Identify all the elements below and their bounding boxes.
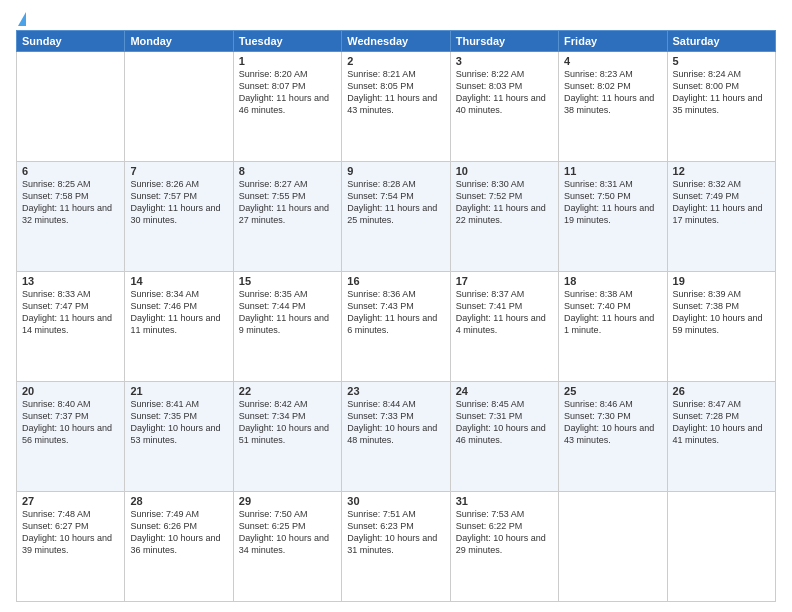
day-info: Sunrise: 8:39 AMSunset: 7:38 PMDaylight:… bbox=[673, 289, 763, 335]
day-info: Sunrise: 8:44 AMSunset: 7:33 PMDaylight:… bbox=[347, 399, 437, 445]
calendar-cell: 14Sunrise: 8:34 AMSunset: 7:46 PMDayligh… bbox=[125, 272, 233, 382]
day-number: 10 bbox=[456, 165, 553, 177]
day-number: 27 bbox=[22, 495, 119, 507]
day-number: 6 bbox=[22, 165, 119, 177]
day-number: 15 bbox=[239, 275, 336, 287]
day-number: 5 bbox=[673, 55, 770, 67]
calendar-week-5: 27Sunrise: 7:48 AMSunset: 6:27 PMDayligh… bbox=[17, 492, 776, 602]
calendar-cell: 9Sunrise: 8:28 AMSunset: 7:54 PMDaylight… bbox=[342, 162, 450, 272]
day-info: Sunrise: 8:25 AMSunset: 7:58 PMDaylight:… bbox=[22, 179, 112, 225]
day-number: 24 bbox=[456, 385, 553, 397]
calendar-cell: 28Sunrise: 7:49 AMSunset: 6:26 PMDayligh… bbox=[125, 492, 233, 602]
day-info: Sunrise: 8:47 AMSunset: 7:28 PMDaylight:… bbox=[673, 399, 763, 445]
day-info: Sunrise: 7:51 AMSunset: 6:23 PMDaylight:… bbox=[347, 509, 437, 555]
calendar-cell: 5Sunrise: 8:24 AMSunset: 8:00 PMDaylight… bbox=[667, 52, 775, 162]
day-info: Sunrise: 8:46 AMSunset: 7:30 PMDaylight:… bbox=[564, 399, 654, 445]
weekday-header-friday: Friday bbox=[559, 31, 667, 52]
day-number: 8 bbox=[239, 165, 336, 177]
day-info: Sunrise: 8:26 AMSunset: 7:57 PMDaylight:… bbox=[130, 179, 220, 225]
calendar-cell: 15Sunrise: 8:35 AMSunset: 7:44 PMDayligh… bbox=[233, 272, 341, 382]
day-info: Sunrise: 8:20 AMSunset: 8:07 PMDaylight:… bbox=[239, 69, 329, 115]
day-info: Sunrise: 8:22 AMSunset: 8:03 PMDaylight:… bbox=[456, 69, 546, 115]
calendar-cell: 23Sunrise: 8:44 AMSunset: 7:33 PMDayligh… bbox=[342, 382, 450, 492]
calendar-cell: 8Sunrise: 8:27 AMSunset: 7:55 PMDaylight… bbox=[233, 162, 341, 272]
calendar-cell: 1Sunrise: 8:20 AMSunset: 8:07 PMDaylight… bbox=[233, 52, 341, 162]
day-number: 1 bbox=[239, 55, 336, 67]
day-info: Sunrise: 8:30 AMSunset: 7:52 PMDaylight:… bbox=[456, 179, 546, 225]
day-info: Sunrise: 8:37 AMSunset: 7:41 PMDaylight:… bbox=[456, 289, 546, 335]
calendar-cell: 31Sunrise: 7:53 AMSunset: 6:22 PMDayligh… bbox=[450, 492, 558, 602]
day-number: 19 bbox=[673, 275, 770, 287]
day-number: 20 bbox=[22, 385, 119, 397]
day-number: 28 bbox=[130, 495, 227, 507]
day-number: 11 bbox=[564, 165, 661, 177]
calendar-week-4: 20Sunrise: 8:40 AMSunset: 7:37 PMDayligh… bbox=[17, 382, 776, 492]
day-number: 9 bbox=[347, 165, 444, 177]
header bbox=[16, 12, 776, 26]
logo bbox=[16, 12, 26, 26]
weekday-header-wednesday: Wednesday bbox=[342, 31, 450, 52]
calendar-cell bbox=[125, 52, 233, 162]
day-number: 31 bbox=[456, 495, 553, 507]
day-number: 12 bbox=[673, 165, 770, 177]
day-info: Sunrise: 8:21 AMSunset: 8:05 PMDaylight:… bbox=[347, 69, 437, 115]
weekday-header-sunday: Sunday bbox=[17, 31, 125, 52]
day-number: 3 bbox=[456, 55, 553, 67]
calendar-cell: 20Sunrise: 8:40 AMSunset: 7:37 PMDayligh… bbox=[17, 382, 125, 492]
day-number: 23 bbox=[347, 385, 444, 397]
calendar-cell: 17Sunrise: 8:37 AMSunset: 7:41 PMDayligh… bbox=[450, 272, 558, 382]
calendar-cell: 7Sunrise: 8:26 AMSunset: 7:57 PMDaylight… bbox=[125, 162, 233, 272]
calendar-cell: 27Sunrise: 7:48 AMSunset: 6:27 PMDayligh… bbox=[17, 492, 125, 602]
day-info: Sunrise: 8:41 AMSunset: 7:35 PMDaylight:… bbox=[130, 399, 220, 445]
calendar-cell: 29Sunrise: 7:50 AMSunset: 6:25 PMDayligh… bbox=[233, 492, 341, 602]
day-number: 30 bbox=[347, 495, 444, 507]
day-number: 14 bbox=[130, 275, 227, 287]
calendar-cell bbox=[559, 492, 667, 602]
day-info: Sunrise: 8:36 AMSunset: 7:43 PMDaylight:… bbox=[347, 289, 437, 335]
day-info: Sunrise: 8:33 AMSunset: 7:47 PMDaylight:… bbox=[22, 289, 112, 335]
day-info: Sunrise: 8:27 AMSunset: 7:55 PMDaylight:… bbox=[239, 179, 329, 225]
calendar-cell: 30Sunrise: 7:51 AMSunset: 6:23 PMDayligh… bbox=[342, 492, 450, 602]
day-info: Sunrise: 7:53 AMSunset: 6:22 PMDaylight:… bbox=[456, 509, 546, 555]
day-info: Sunrise: 8:28 AMSunset: 7:54 PMDaylight:… bbox=[347, 179, 437, 225]
day-number: 21 bbox=[130, 385, 227, 397]
day-number: 2 bbox=[347, 55, 444, 67]
calendar-cell: 26Sunrise: 8:47 AMSunset: 7:28 PMDayligh… bbox=[667, 382, 775, 492]
day-info: Sunrise: 7:48 AMSunset: 6:27 PMDaylight:… bbox=[22, 509, 112, 555]
weekday-header-monday: Monday bbox=[125, 31, 233, 52]
day-info: Sunrise: 8:38 AMSunset: 7:40 PMDaylight:… bbox=[564, 289, 654, 335]
day-info: Sunrise: 8:35 AMSunset: 7:44 PMDaylight:… bbox=[239, 289, 329, 335]
day-info: Sunrise: 7:50 AMSunset: 6:25 PMDaylight:… bbox=[239, 509, 329, 555]
day-info: Sunrise: 8:42 AMSunset: 7:34 PMDaylight:… bbox=[239, 399, 329, 445]
day-number: 18 bbox=[564, 275, 661, 287]
calendar-cell: 19Sunrise: 8:39 AMSunset: 7:38 PMDayligh… bbox=[667, 272, 775, 382]
day-info: Sunrise: 8:40 AMSunset: 7:37 PMDaylight:… bbox=[22, 399, 112, 445]
day-info: Sunrise: 8:34 AMSunset: 7:46 PMDaylight:… bbox=[130, 289, 220, 335]
calendar-table: SundayMondayTuesdayWednesdayThursdayFrid… bbox=[16, 30, 776, 602]
day-info: Sunrise: 7:49 AMSunset: 6:26 PMDaylight:… bbox=[130, 509, 220, 555]
calendar-cell: 24Sunrise: 8:45 AMSunset: 7:31 PMDayligh… bbox=[450, 382, 558, 492]
calendar-cell: 10Sunrise: 8:30 AMSunset: 7:52 PMDayligh… bbox=[450, 162, 558, 272]
day-info: Sunrise: 8:45 AMSunset: 7:31 PMDaylight:… bbox=[456, 399, 546, 445]
calendar-cell: 6Sunrise: 8:25 AMSunset: 7:58 PMDaylight… bbox=[17, 162, 125, 272]
day-number: 29 bbox=[239, 495, 336, 507]
calendar-cell: 4Sunrise: 8:23 AMSunset: 8:02 PMDaylight… bbox=[559, 52, 667, 162]
calendar-cell: 18Sunrise: 8:38 AMSunset: 7:40 PMDayligh… bbox=[559, 272, 667, 382]
calendar-cell: 2Sunrise: 8:21 AMSunset: 8:05 PMDaylight… bbox=[342, 52, 450, 162]
day-number: 4 bbox=[564, 55, 661, 67]
calendar-cell bbox=[667, 492, 775, 602]
day-info: Sunrise: 8:24 AMSunset: 8:00 PMDaylight:… bbox=[673, 69, 763, 115]
day-number: 26 bbox=[673, 385, 770, 397]
page: SundayMondayTuesdayWednesdayThursdayFrid… bbox=[0, 0, 792, 612]
calendar-cell: 21Sunrise: 8:41 AMSunset: 7:35 PMDayligh… bbox=[125, 382, 233, 492]
calendar-cell: 3Sunrise: 8:22 AMSunset: 8:03 PMDaylight… bbox=[450, 52, 558, 162]
logo-triangle-icon bbox=[18, 12, 26, 26]
day-number: 17 bbox=[456, 275, 553, 287]
calendar-week-3: 13Sunrise: 8:33 AMSunset: 7:47 PMDayligh… bbox=[17, 272, 776, 382]
weekday-header-thursday: Thursday bbox=[450, 31, 558, 52]
day-number: 25 bbox=[564, 385, 661, 397]
calendar-header-row: SundayMondayTuesdayWednesdayThursdayFrid… bbox=[17, 31, 776, 52]
calendar-cell: 11Sunrise: 8:31 AMSunset: 7:50 PMDayligh… bbox=[559, 162, 667, 272]
day-info: Sunrise: 8:31 AMSunset: 7:50 PMDaylight:… bbox=[564, 179, 654, 225]
calendar-week-1: 1Sunrise: 8:20 AMSunset: 8:07 PMDaylight… bbox=[17, 52, 776, 162]
